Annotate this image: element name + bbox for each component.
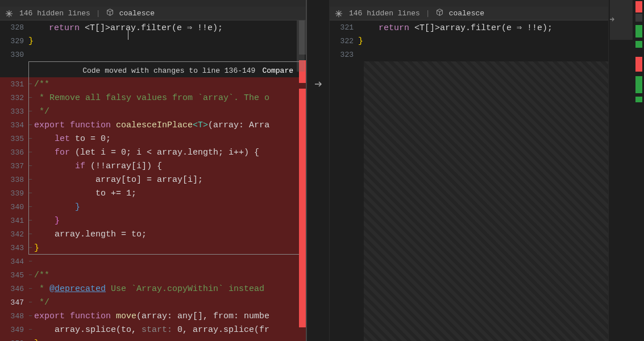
text-cursor [128, 30, 128, 40]
line-number: 322 [330, 37, 358, 45]
hidden-lines-label: 146 hidden lines [349, 9, 420, 18]
fold-icon[interactable] [5, 9, 14, 18]
fold-bar-left[interactable]: 146 hidden lines | coalesce [0, 7, 306, 20]
hidden-lines-label: 146 hidden lines [19, 9, 90, 18]
truncated-top [330, 0, 608, 7]
line-number: 328 [0, 23, 28, 32]
move-arrow-icon[interactable] [314, 80, 323, 92]
line-number: 329 [0, 37, 28, 45]
cube-icon [436, 9, 443, 18]
diff-left-pane: 146 hidden lines | coalesce 328 return <… [0, 0, 307, 341]
fold-icon[interactable] [334, 9, 343, 18]
symbol-name[interactable]: coalesce [119, 9, 155, 18]
diff-placeholder-hatched [364, 61, 608, 341]
diff-gutter-center [307, 0, 330, 341]
line-number: 323 [330, 51, 358, 59]
move-banner: Code moved with changes to line 136-149 … [78, 63, 298, 78]
line-number: 331 [0, 80, 28, 89]
collapse-arrow-icon[interactable] [609, 16, 616, 26]
fold-bar-right[interactable]: 146 hidden lines | coalesce [330, 7, 608, 20]
right-overview-ruler[interactable] [634, 0, 644, 341]
scrollbar-thumb[interactable] [297, 20, 305, 72]
line-number: 321 [330, 23, 358, 32]
right-code-area[interactable]: 146 hidden lines | coalesce 321 return <… [330, 0, 608, 341]
move-banner-text: Code moved with changes to line 136-149 [82, 66, 255, 75]
separator: | [96, 9, 101, 18]
cube-icon [106, 9, 114, 18]
truncated-top [0, 0, 306, 7]
right-scrollbar[interactable] [608, 0, 634, 341]
line-number: 330 [0, 51, 28, 59]
symbol-name[interactable]: coalesce [449, 9, 484, 18]
left-code-area[interactable]: 328 return <T[]>array.filter(e ⇒ !!e); 3… [0, 20, 306, 341]
diff-right-pane: 146 hidden lines | coalesce 321 return <… [330, 0, 644, 341]
compare-link[interactable]: Compare [262, 66, 293, 75]
